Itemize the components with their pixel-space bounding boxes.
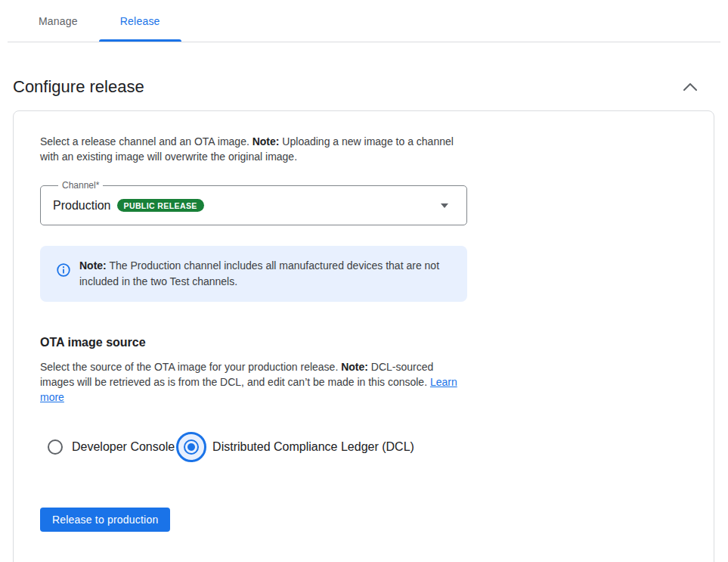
tab-release-label: Release [120,15,160,27]
radio-dcl-label: Distributed Compliance Ledger (DCL) [212,440,414,454]
radio-dcl[interactable]: Distributed Compliance Ledger (DCL) [175,432,414,462]
public-release-badge: PUBLIC RELEASE [117,199,204,213]
radio-developer-console-label: Developer Console [72,440,175,454]
caret-down-icon[interactable] [441,203,448,208]
intro-text-pre: Select a release channel and an OTA imag… [40,135,252,147]
chevron-up-icon [683,83,697,91]
tab-release[interactable]: Release [99,0,181,42]
channel-select-label: Channel* [58,180,103,191]
radio-focus-ring[interactable] [176,432,206,462]
channel-select[interactable]: Channel* Production PUBLIC RELEASE [40,185,467,225]
radio-dot [187,443,195,451]
note-alert-body: The Production channel includes all manu… [79,259,439,287]
note-alert-bold: Note: [79,259,107,272]
info-icon [57,263,70,277]
ota-description-pre: Select the source of the OTA image for y… [40,361,341,373]
intro-text: Select a release channel and an OTA imag… [40,134,467,164]
radio-unselected-icon[interactable] [48,439,63,455]
ota-description: Select the source of the OTA image for y… [40,359,467,405]
radio-developer-console[interactable]: Developer Console [48,439,175,455]
note-alert-text: Note: The Production channel includes al… [79,258,452,290]
ota-image-source-heading: OTA image source [40,336,687,349]
tab-manage-label: Manage [39,15,78,27]
tab-bar: Manage Release [8,0,720,42]
release-to-production-button[interactable]: Release to production [40,508,170,532]
radio-selected-icon[interactable] [184,439,199,455]
collapse-section-button[interactable] [681,78,699,96]
section-header: Configure release [13,77,699,97]
tab-manage[interactable]: Manage [17,0,99,42]
ota-description-note: Note: [341,361,368,373]
channel-select-value: Production [53,199,111,213]
ota-source-radio-group: Developer Console Distributed Compliance… [48,432,687,462]
intro-text-note: Note: [252,135,280,147]
configure-release-card: Select a release channel and an OTA imag… [13,110,714,562]
page-title: Configure release [13,77,144,97]
note-alert: Note: The Production channel includes al… [40,246,467,302]
